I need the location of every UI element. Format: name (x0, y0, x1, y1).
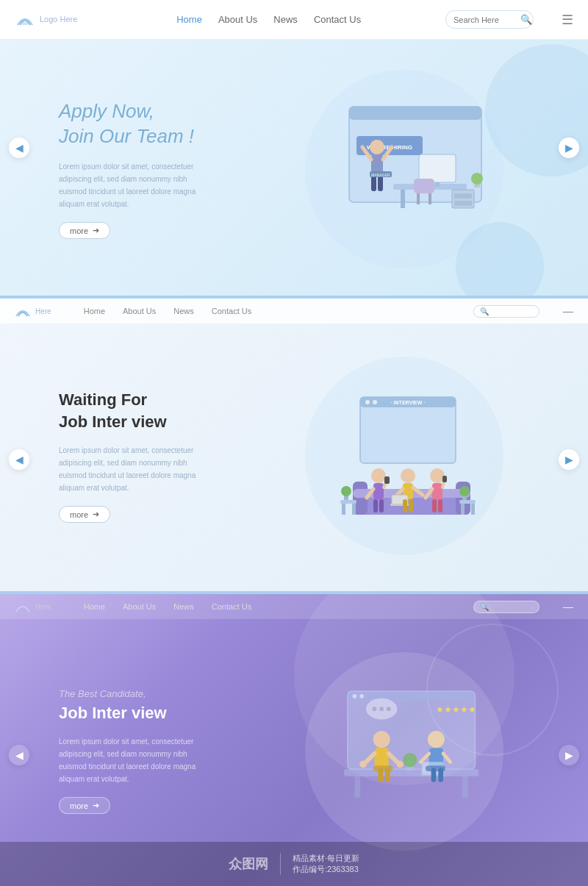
prev-arrow-3[interactable]: ◀ (9, 745, 29, 765)
mini-logo-text-3: Here (35, 603, 51, 611)
mini-nav-contact-3[interactable]: Contact Us (212, 602, 251, 611)
svg-point-52 (401, 468, 415, 483)
svg-rect-37 (352, 504, 356, 515)
svg-rect-9 (435, 182, 440, 187)
logo: Logo Here (15, 12, 77, 28)
section3-description: Lorem ipsum dolor sit amet, consectetuer… (59, 735, 206, 785)
section2-illustration: · INTERVIEW · (265, 357, 544, 555)
mini-hamburger-3[interactable]: — (563, 601, 573, 612)
section3: Here Home About Us News Contact Us 🔍 — ◀… (0, 591, 588, 886)
search-input[interactable] (453, 15, 516, 24)
watermark: 众图网 精品素材·每日更新 作品编号:2363383 (0, 842, 588, 886)
svg-rect-58 (403, 499, 407, 512)
svg-point-76 (379, 707, 384, 711)
svg-rect-12 (429, 193, 431, 204)
svg-rect-72 (355, 776, 361, 797)
nav-news[interactable]: News (273, 14, 298, 25)
svg-point-42 (341, 486, 351, 496)
svg-rect-20 (371, 175, 376, 191)
interview-wait-illustration: · INTERVIEW · (305, 357, 503, 555)
nav-about[interactable]: About Us (218, 14, 257, 25)
section3-illustration: ★★★★★ (265, 652, 544, 851)
svg-point-69 (353, 693, 357, 698)
svg-point-79 (373, 731, 390, 748)
mini-search-3[interactable]: 🔍 (473, 601, 539, 613)
mini-logo-text-2: Here (35, 307, 51, 315)
svg-rect-59 (409, 499, 413, 512)
svg-rect-38 (459, 500, 476, 504)
watermark-text2: 作品编号:2363383 (293, 864, 359, 875)
svg-rect-11 (417, 193, 420, 204)
svg-rect-21 (378, 175, 383, 191)
hamburger-icon[interactable]: ☰ (562, 12, 573, 28)
search-box[interactable]: 🔍 (445, 10, 534, 29)
section3-subtitle: The Best Candidate, (59, 688, 265, 699)
svg-point-75 (373, 707, 377, 711)
section3-text: The Best Candidate, Job Inter view Lorem… (59, 688, 265, 815)
next-arrow-2[interactable]: ▶ (559, 449, 579, 470)
mini-navbar-2: Here Home About Us News Contact Us 🔍 — (0, 299, 588, 324)
svg-point-23 (471, 173, 483, 185)
mini-search-icon-2: 🔍 (480, 307, 489, 315)
svg-rect-61 (432, 483, 442, 499)
mini-nav-about-2[interactable]: About Us (123, 307, 156, 315)
svg-point-16 (370, 140, 384, 154)
svg-point-83 (359, 760, 367, 768)
section2-title: Waiting For Job Inter view (59, 389, 265, 432)
svg-point-29 (373, 400, 377, 404)
mini-search-2[interactable]: 🔍 (473, 305, 539, 318)
nav-home[interactable]: Home (176, 14, 202, 25)
svg-point-90 (403, 752, 417, 766)
mini-nav-contact-2[interactable]: Contact Us (212, 307, 251, 315)
mini-nav-home-3[interactable]: Home (84, 602, 105, 611)
svg-point-70 (359, 693, 364, 698)
hero-title-line2: Join Our Team ! (59, 124, 265, 149)
mini-logo-icon-2 (15, 304, 31, 318)
section2-text: Waiting For Job Inter view Lorem ipsum d… (59, 389, 265, 523)
mini-nav-news-3[interactable]: News (173, 602, 194, 611)
more-label: more (70, 226, 88, 235)
svg-rect-97 (373, 765, 393, 771)
svg-rect-10 (414, 179, 434, 193)
section2-more-button[interactable]: more ➔ (59, 506, 110, 523)
svg-text:· INTERVIEW ·: · INTERVIEW · (391, 400, 426, 405)
mini-navbar-3: Here Home About Us News Contact Us 🔍 — (0, 594, 588, 619)
svg-rect-65 (432, 499, 437, 512)
svg-rect-14 (454, 193, 472, 199)
mini-hamburger-2[interactable]: — (563, 305, 573, 317)
mini-nav-home-2[interactable]: Home (84, 307, 105, 315)
svg-rect-40 (471, 504, 475, 515)
logo-icon (15, 12, 35, 28)
watermark-logo: 众图网 (229, 855, 268, 873)
next-arrow[interactable]: ▶ (559, 137, 579, 158)
svg-rect-49 (384, 476, 390, 484)
svg-rect-39 (461, 504, 465, 515)
hero-title: Apply Now, Join Our Team ! (59, 99, 265, 149)
svg-point-45 (371, 468, 386, 483)
watermark-divider (280, 853, 281, 875)
nav-contact[interactable]: Contact Us (314, 14, 361, 25)
svg-point-77 (387, 707, 391, 711)
svg-rect-2 (349, 107, 481, 120)
section3-arrow-icon: ➔ (93, 801, 99, 810)
svg-point-28 (365, 400, 370, 404)
illus-circle-2: · INTERVIEW · (305, 357, 503, 555)
next-arrow-3[interactable]: ▶ (559, 745, 579, 765)
prev-arrow-2[interactable]: ◀ (9, 449, 29, 470)
more-button[interactable]: more ➔ (59, 222, 110, 239)
svg-rect-68 (348, 691, 476, 701)
mini-nav-about-3[interactable]: About Us (123, 602, 156, 611)
mini-search-icon-3: 🔍 (480, 603, 489, 611)
illus-circle-3: ★★★★★ (305, 652, 503, 851)
svg-rect-8 (419, 154, 456, 182)
svg-rect-50 (373, 499, 378, 512)
prev-arrow[interactable]: ◀ (9, 137, 29, 158)
svg-rect-66 (438, 499, 442, 512)
navbar: Logo Here Home About Us News Contact Us … (0, 0, 588, 40)
watermark-text1: 精品素材·每日更新 (293, 853, 359, 864)
section3-more-button[interactable]: more ➔ (59, 797, 110, 814)
section2-arrow-icon: ➔ (93, 510, 99, 519)
section3-more-label: more (70, 801, 88, 810)
svg-rect-80 (375, 748, 389, 768)
mini-nav-news-2[interactable]: News (173, 307, 194, 315)
